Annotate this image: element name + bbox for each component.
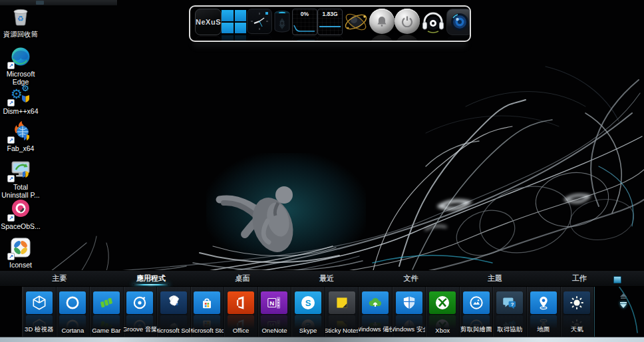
cloud-backup-icon <box>362 291 389 314</box>
desktop-icon-recycle-bin[interactable]: ♻ 資源回收筒 <box>0 5 41 38</box>
tab-label: 應用程式 <box>136 274 166 282</box>
tab-desktop[interactable]: 桌面 <box>228 271 256 286</box>
desktop-icon-iconset[interactable]: ↗ Iconset <box>0 236 41 269</box>
tab-applications[interactable]: 應用程式 <box>130 271 172 286</box>
dock-app-office[interactable]: Office <box>224 287 258 337</box>
nexus-dock: NeXuS NeXuS <box>189 5 471 42</box>
dock-app-game-bar[interactable]: Game Bar <box>90 287 124 337</box>
app-label: Game Bar <box>90 327 124 334</box>
dock-app-skype[interactable]: S S Skype <box>291 287 325 337</box>
desktop-icon-label: Iconset <box>0 261 41 269</box>
app-label: Microsoft Solit <box>157 327 191 334</box>
bottom-edge-strip <box>0 337 644 342</box>
tab-main[interactable]: 主要 <box>45 271 73 286</box>
dock-item-recycle-bin[interactable] <box>272 9 292 42</box>
shortcut-arrow-badge: ↗ <box>7 99 15 106</box>
app-label: Skype <box>291 327 325 334</box>
dock-item-ram-meter[interactable]: 1.83G 1.83G <box>317 9 343 42</box>
desktop-icon-label: 資源回收筒 <box>0 30 41 38</box>
dock-app-groove-music[interactable]: Groove 音樂 <box>124 287 158 337</box>
svg-text:S: S <box>305 298 311 308</box>
gears-shield-icon: ⚙ ⚙ ↗ <box>9 83 32 105</box>
ram-meter-icon: 1.83G <box>317 9 343 35</box>
windows-logo-icon <box>222 10 247 34</box>
desktop-icon-label: Fab_x64 <box>0 144 41 152</box>
tab-themes[interactable]: 主題 <box>481 271 509 286</box>
dock-item-alarm[interactable] <box>369 9 395 42</box>
sticky-note-icon <box>329 291 355 314</box>
desktop-icon-spaceobs[interactable]: ↗ SpaceObS... <box>0 198 41 230</box>
xbox-icon <box>429 291 456 314</box>
cpu-meter-icon-reflection: 0% <box>292 36 317 42</box>
dock-item-cpu-meter[interactable]: 0% 0% <box>292 9 317 42</box>
dock-app-windows-security[interactable]: Windows 安全 <box>393 287 426 337</box>
dock-app-windows-backup[interactable]: Windows 備份 <box>359 287 393 337</box>
dock-item-camera[interactable] <box>446 9 471 42</box>
dock-item-headphones[interactable] <box>420 9 446 42</box>
top-edge-bar <box>0 0 118 5</box>
app-label: 天氣 <box>561 325 595 334</box>
dock-app-3d-viewer[interactable]: 3D 檢視器 <box>23 287 57 337</box>
game-bar-icon <box>93 291 120 314</box>
dock-item-clock[interactable] <box>247 9 272 42</box>
desktop-icon-dism[interactable]: ⚙ ⚙ ↗ Dism++x64 <box>0 83 41 115</box>
app-label: 3D 檢視器 <box>23 325 57 334</box>
desktop-screen: ♻ 資源回收筒 ↗ Microsoft Edge ⚙ ⚙ <box>0 0 644 342</box>
monitor-green-arrow-shield-icon: ↗ <box>9 158 32 181</box>
dock-item-nexus[interactable]: NeXuS NeXuS <box>195 9 222 42</box>
help-bubbles-icon: ? <box>496 291 523 314</box>
dock-item-windows-start[interactable] <box>222 9 247 42</box>
tab-recent[interactable]: 最近 <box>313 271 341 286</box>
color-pinwheel-icon: ↗ <box>9 236 32 259</box>
camera-lens-icon-reflection <box>446 36 471 42</box>
weather-sun-icon <box>564 291 590 314</box>
security-shield-icon <box>396 291 422 314</box>
cpu-meter-icon: 0% <box>292 9 317 35</box>
dock-item-network-globe[interactable] <box>343 9 369 42</box>
app-label: Xbox <box>426 327 460 334</box>
dock-tab-bar: 主要 應用程式 桌面 最近 文件 主題 工作 <box>0 270 644 287</box>
app-label: Sticky Notes <box>325 327 359 334</box>
shortcut-arrow-badge: ↗ <box>7 136 15 144</box>
app-label: Windows 安全 <box>393 325 426 334</box>
dock-app-get-help[interactable]: ? ? 取得協助 <box>493 287 527 337</box>
tab-documents[interactable]: 文件 <box>397 271 425 286</box>
app-launcher-dock: 主要 應用程式 桌面 最近 文件 主題 工作 3D 檢視器 <box>0 270 644 337</box>
dock-item-power[interactable] <box>395 9 420 42</box>
firewall-globe-shield-icon: ↗ <box>9 120 32 142</box>
desktop-icon-fab[interactable]: ↗ Fab_x64 <box>0 120 41 152</box>
desktop-icon-label: SpaceObS... <box>0 222 41 230</box>
dock-app-xbox[interactable]: Xbox <box>426 287 460 337</box>
dock-app-sticky-notes[interactable]: Sticky Notes <box>325 287 359 337</box>
tab-work[interactable]: 工作 <box>565 271 593 286</box>
scroll-down-icon[interactable] <box>620 304 627 308</box>
dock-app-maps[interactable]: 地圖 <box>527 287 561 337</box>
groove-disc-icon <box>126 291 153 314</box>
store-bag-icon <box>194 291 220 314</box>
headphones-icon <box>420 9 446 38</box>
app-label: 取得協助 <box>493 325 527 334</box>
app-label: 剪取與繪圖 <box>460 325 494 334</box>
desktop-icon-total-uninstall[interactable]: ↗ Total Uninstall P... <box>0 158 41 200</box>
dock-app-onenote[interactable]: N N OneNote <box>258 287 292 337</box>
dock-app-row: 3D 檢視器 Cortana Game Bar <box>22 287 595 337</box>
network-globe-icon <box>343 9 369 38</box>
scroll-up-icon[interactable] <box>620 293 627 297</box>
clock-icon <box>247 9 272 34</box>
app-label: Cortana <box>57 327 90 334</box>
clock-icon-reflection <box>247 35 272 42</box>
desktop-icon-microsoft-edge[interactable]: ↗ Microsoft Edge <box>0 45 41 86</box>
dock-app-weather[interactable]: 天氣 <box>561 287 595 337</box>
dock-app-microsoft-store[interactable]: Microsoft Stor <box>191 287 225 337</box>
dock-app-cortana[interactable]: Cortana <box>57 287 90 337</box>
dock-recycle-bin-icon-reflection <box>272 39 292 42</box>
edge-browser-icon: ↗ <box>9 45 32 68</box>
app-label: Groove 音樂 <box>124 325 158 334</box>
dock-app-microsoft-solitaire[interactable]: ♠ ♠ Microsoft Solit <box>157 287 191 337</box>
nexus-logo-text: NeXuS <box>196 18 221 26</box>
dock-settings-icon[interactable] <box>613 276 621 283</box>
svg-text:⚙: ⚙ <box>21 83 29 93</box>
app-label: Office <box>224 327 258 334</box>
power-icon-reflection <box>395 35 420 42</box>
dock-app-snip-sketch[interactable]: 剪取與繪圖 <box>460 287 494 337</box>
